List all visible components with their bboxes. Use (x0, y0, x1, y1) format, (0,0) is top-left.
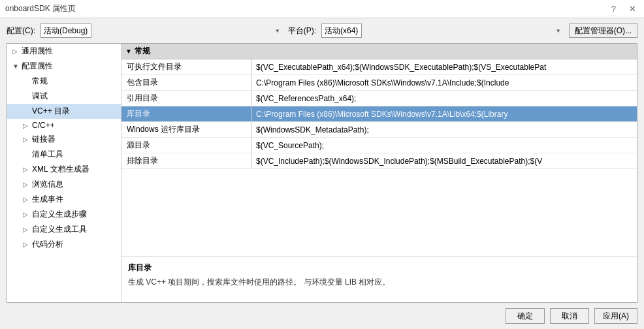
tree-item-browse-info[interactable]: ▷浏览信息 (7, 177, 121, 192)
tree-label-cpp: C/C++ (32, 121, 55, 130)
tree-label-debug: 调试 (32, 91, 48, 102)
tree-arrow-build-events: ▷ (23, 196, 29, 203)
prop-value-exec-dir: $(VC_ExecutablePath_x64);$(WindowsSDK_Ex… (252, 59, 637, 74)
prop-row-win-rt-dir[interactable]: Windows 运行库目录$(WindowsSDK_MetadataPath); (121, 122, 637, 138)
prop-row-exec-dir[interactable]: 可执行文件目录$(VC_ExecutablePath_x64);$(Window… (121, 59, 637, 75)
tree-label-custom-build-steps: 自定义生成步骤 (32, 209, 87, 220)
tree-item-custom-build-steps[interactable]: ▷自定义生成步骤 (7, 207, 121, 222)
tree-item-general-props[interactable]: ▷通用属性 (7, 44, 121, 59)
prop-value-include-dir: C:\Program Files (x86)\Microsoft SDKs\Wi… (252, 75, 637, 90)
prop-name-ref-dir: 引用目录 (121, 91, 252, 106)
prop-value-exclude-dir: $(VC_IncludePath);$(WindowsSDK_IncludePa… (252, 153, 637, 168)
prop-row-include-dir[interactable]: 包含目录C:\Program Files (x86)\Microsoft SDK… (121, 75, 637, 91)
tree-item-cpp[interactable]: ▷C/C++ (7, 119, 121, 132)
tree-arrow-general-props: ▷ (12, 48, 19, 55)
tree-arrow-xml-gen: ▷ (23, 166, 29, 173)
description-panel: 库目录 生成 VC++ 项目期间，搜索库文件时使用的路径。 与环境变量 LIB … (121, 257, 637, 302)
tree-arrow-code-analysis: ▷ (23, 241, 29, 248)
platform-select[interactable]: 活动(x64) (321, 24, 362, 38)
prop-name-exec-dir: 可执行文件目录 (121, 59, 252, 74)
prop-name-lib-dir: 库目录 (121, 106, 252, 121)
tree-item-linker[interactable]: ▷链接器 (7, 132, 121, 147)
property-table: ▼ 常规 可执行文件目录$(VC_ExecutablePath_x64);$(W… (121, 44, 637, 257)
section-arrow: ▼ (125, 48, 132, 55)
prop-name-exclude-dir: 排除目录 (121, 153, 252, 168)
config-select-wrapper: 活动(Debug) (40, 24, 283, 38)
toolbar: 配置(C): 活动(Debug) 平台(P): 活动(x64) 配置管理器(O)… (0, 18, 644, 43)
tree-label-custom-build-tools: 自定义生成工具 (32, 224, 87, 235)
main-content: ▷通用属性▼配置属性常规调试VC++ 目录▷C/C++▷链接器清单工具▷XML … (7, 43, 637, 303)
platform-select-wrapper: 活动(x64) (321, 24, 564, 38)
ok-button[interactable]: 确定 (506, 308, 545, 324)
tree-item-debug[interactable]: 调试 (7, 89, 121, 104)
tree-arrow-config-props: ▼ (12, 63, 19, 70)
tree-item-build-events[interactable]: ▷生成事件 (7, 192, 121, 207)
tree-label-config-props: 配置属性 (22, 61, 53, 72)
help-button[interactable]: ? (609, 4, 619, 14)
tree-arrow-cpp: ▷ (23, 122, 29, 129)
left-panel: ▷通用属性▼配置属性常规调试VC++ 目录▷C/C++▷链接器清单工具▷XML … (7, 44, 121, 302)
tree-label-browse-info: 浏览信息 (32, 179, 63, 190)
tree-item-code-analysis[interactable]: ▷代码分析 (7, 237, 121, 252)
tree-label-code-analysis: 代码分析 (32, 239, 63, 250)
prop-value-win-rt-dir: $(WindowsSDK_MetadataPath); (252, 122, 637, 137)
tree-item-vcpp-dirs[interactable]: VC++ 目录 (7, 104, 121, 119)
section-header: ▼ 常规 (121, 44, 637, 59)
config-label: 配置(C): (7, 25, 35, 37)
window-title: onboardSDK 属性页 (5, 3, 76, 14)
tree-item-xml-gen[interactable]: ▷XML 文档生成器 (7, 162, 121, 177)
tree-label-xml-gen: XML 文档生成器 (32, 164, 89, 175)
description-title: 库目录 (128, 262, 630, 274)
tree-item-manifest-tool[interactable]: 清单工具 (7, 147, 121, 162)
title-bar: onboardSDK 属性页 ? ✕ (0, 0, 644, 18)
tree-arrow-browse-info: ▷ (23, 181, 29, 188)
prop-row-ref-dir[interactable]: 引用目录$(VC_ReferencesPath_x64); (121, 91, 637, 106)
prop-name-src-dir: 源目录 (121, 138, 252, 153)
tree-item-normal[interactable]: 常规 (7, 74, 121, 89)
cancel-button[interactable]: 取消 (550, 308, 589, 324)
tree-label-manifest-tool: 清单工具 (32, 149, 63, 160)
tree-label-normal: 常规 (32, 76, 48, 87)
section-title: 常规 (135, 46, 150, 57)
tree-item-custom-build-tools[interactable]: ▷自定义生成工具 (7, 222, 121, 237)
description-text: 生成 VC++ 项目期间，搜索库文件时使用的路径。 与环境变量 LIB 相对应。 (128, 276, 630, 288)
prop-name-include-dir: 包含目录 (121, 75, 252, 90)
tree-label-vcpp-dirs: VC++ 目录 (32, 106, 70, 117)
tree-arrow-custom-build-steps: ▷ (23, 211, 29, 218)
prop-value-lib-dir: C:\Program Files (x86)\Microsoft SDKs\Wi… (252, 106, 637, 121)
prop-row-src-dir[interactable]: 源目录$(VC_SourcePath); (121, 138, 637, 153)
dialog: 配置(C): 活动(Debug) 平台(P): 活动(x64) 配置管理器(O)… (0, 18, 644, 329)
manager-button[interactable]: 配置管理器(O)... (569, 24, 637, 38)
right-panel: ▼ 常规 可执行文件目录$(VC_ExecutablePath_x64);$(W… (121, 44, 637, 302)
close-button[interactable]: ✕ (626, 4, 639, 14)
tree-item-config-props[interactable]: ▼配置属性 (7, 59, 121, 74)
prop-row-exclude-dir[interactable]: 排除目录$(VC_IncludePath);$(WindowsSDK_Inclu… (121, 153, 637, 169)
title-bar-controls: ? ✕ (609, 4, 639, 14)
tree-arrow-linker: ▷ (23, 136, 29, 143)
property-rows: 可执行文件目录$(VC_ExecutablePath_x64);$(Window… (121, 59, 637, 169)
tree-label-linker: 链接器 (32, 134, 56, 145)
tree-arrow-custom-build-tools: ▷ (23, 226, 29, 233)
apply-button[interactable]: 应用(A) (594, 308, 637, 324)
prop-name-win-rt-dir: Windows 运行库目录 (121, 122, 252, 137)
config-select[interactable]: 活动(Debug) (40, 24, 91, 38)
prop-value-src-dir: $(VC_SourcePath); (252, 138, 637, 153)
prop-value-ref-dir: $(VC_ReferencesPath_x64); (252, 91, 637, 106)
platform-label: 平台(P): (288, 25, 316, 37)
bottom-bar: 确定 取消 应用(A) (0, 303, 644, 329)
tree-label-build-events: 生成事件 (32, 194, 63, 205)
tree-label-general-props: 通用属性 (22, 46, 53, 57)
prop-row-lib-dir[interactable]: 库目录C:\Program Files (x86)\Microsoft SDKs… (121, 106, 637, 122)
